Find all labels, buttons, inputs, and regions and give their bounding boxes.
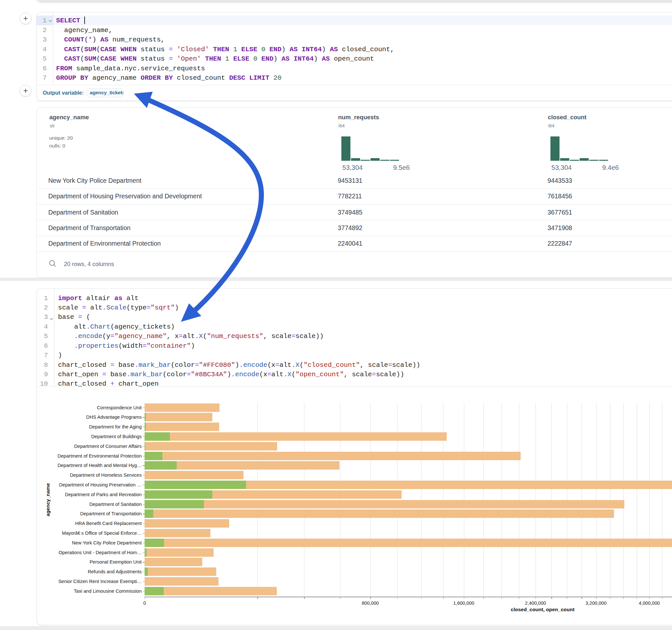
svg-text:agency_name: agency_name: [45, 483, 51, 516]
